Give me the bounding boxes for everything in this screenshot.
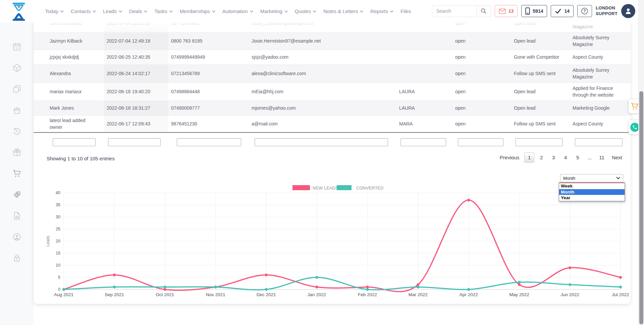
sidebar-item-cube[interactable] [12,63,21,72]
nav-item-marketing[interactable]: Marketing [260,8,288,14]
cell-text: 2022-06-17 12:09:43 [107,121,150,127]
sidebar-item-price-tag[interactable]: $ [12,190,21,199]
cell-phone: 0800 763 8195 [168,33,249,50]
search-button[interactable] [476,5,491,17]
dropdown-option-week[interactable]: Week [559,183,625,189]
account-name: LONDON SUPPORT [596,5,618,17]
checkmark-icon [555,8,561,14]
x-tick-label: Feb 2022 [358,292,377,297]
nav-item-notes-letters[interactable]: Notes & Letters [323,8,363,14]
dropdown-option-month[interactable]: Month [559,189,625,195]
table-row[interactable]: latest lead added owner2022-06-17 12:09:… [34,115,631,133]
page-number-3[interactable]: 3 [548,152,558,163]
cell-text: Follow up SMS sent [514,70,556,77]
sidebar-item-history[interactable] [12,127,21,136]
sms-notifications-button[interactable]: 5914 [521,5,547,17]
nav-item-today[interactable]: Today [45,8,64,14]
period-select[interactable]: Month [560,174,623,182]
page-previous[interactable]: Previous [497,152,522,163]
page-label: 3 [552,155,555,160]
nav-item-automation[interactable]: Automation [222,8,253,14]
filter-input-status[interactable] [458,138,503,146]
filter-input-date[interactable] [108,138,161,146]
cell-owner [396,33,452,50]
sidebar-item-copy[interactable] [12,85,21,94]
cell-text: Aspect County [573,121,603,127]
cell-status: open [452,83,511,101]
cell-text: 07498884448 [171,89,200,95]
filter-input-lead-status[interactable] [516,138,563,146]
table-row[interactable]: jzjxjxj xkxkdjdj2022-06-25 12:40:3507499… [34,50,631,64]
search-input[interactable] [432,5,476,17]
page-ellipsis[interactable]: ... [585,152,595,163]
table-row[interactable]: Mark Jones2022-06-18 18:31:2707490009777… [34,101,631,115]
cell-lead-status: Follow up SMS sent [511,116,570,132]
nav-item-reports[interactable]: Reports [370,8,393,14]
table-row[interactable]: Jazmyn Kilback2022-07-04 12:49:180800 76… [34,32,631,50]
filter-input-email[interactable] [255,138,388,146]
sidebar-item-report[interactable] [12,211,21,220]
filter-input-source[interactable] [575,138,623,146]
chevron-down-icon [93,10,96,13]
cell-text: latest lead added owner [50,117,98,130]
app-logo[interactable] [10,2,28,21]
page-number-5[interactable]: 5 [573,152,583,163]
cell-source: Aspect County [570,50,631,64]
y-tick-label: 35 [56,203,60,207]
cell-text: jzjxjxj xkxkdjdj [50,54,79,61]
data-point [619,286,622,288]
page-number-1[interactable]: 1 [524,152,534,163]
nav-item-tasks[interactable]: Tasks [154,8,172,14]
table-row[interactable]: mariax mariasx2022-06-18 19:40:200749888… [34,83,631,101]
sidebar-item-gift[interactable] [12,148,21,157]
chevron-down-icon [360,10,363,13]
cell-name: Gena Gonzalez [47,22,104,32]
chevron-down-icon [169,10,173,13]
nav-item-files[interactable]: Files [400,8,411,14]
filter-input-name[interactable] [53,138,96,146]
page-label: 1 [528,155,531,160]
page-number-2[interactable]: 2 [536,152,546,163]
nav-item-contacts[interactable]: Contacts [71,8,96,14]
scrollbar-track[interactable] [638,0,644,325]
cell-text: Josie_Ziemann@example.net [252,22,314,27]
data-point [569,266,571,269]
nav-item-memberships[interactable]: Memberships [180,8,215,14]
table-row[interactable]: Gena Gonzalez2022-07-04 12:52:25027 526 … [34,22,631,32]
cell-owner: LAURA [396,101,452,115]
user-avatar[interactable] [621,4,635,18]
cell-text: Gone with Competitor [514,54,559,61]
data-point [315,276,318,279]
scrollbar-thumb[interactable] [639,91,643,324]
filter-input-owner[interactable] [400,138,446,146]
cell-owner: MARA [396,116,452,132]
email-notifications-button[interactable]: 13 [495,5,518,17]
filter-input-phone[interactable] [177,138,241,146]
nav-item-quotes[interactable]: Quotes [295,8,316,14]
page-number-4[interactable]: 4 [560,152,571,163]
page-label: 5 [576,155,579,160]
x-tick-label: Nov 2021 [206,292,225,297]
cell-text: Absolutely Surrey Magazine [573,35,625,48]
sidebar-item-cart[interactable] [12,169,21,178]
sidebar-item-bag[interactable] [12,106,21,115]
page-number-11[interactable]: 11 [597,152,607,163]
data-point [164,288,166,291]
sidebar-item-calendar[interactable]: 12 [12,42,21,51]
dropdown-option-year[interactable]: Year [559,195,625,201]
page-label: 2 [540,155,543,160]
nav-item-deals[interactable]: Deals [129,8,147,14]
cell-text: 2022-07-04 12:52:25 [107,22,150,27]
cell-text: Applied for Finance through the website [573,85,625,98]
nav-item-leads[interactable]: Leads [103,8,122,14]
sidebar-item-lock[interactable] [12,254,21,263]
page-next[interactable]: Next [609,152,625,163]
help-button[interactable]: ? [577,5,592,17]
tasks-notifications-button[interactable]: 14 [551,5,574,17]
cell-phone: 027 526 4462 [168,22,249,32]
data-point [113,286,116,288]
table-row[interactable]: Alexandra2022-06-24 14:02:1707213456789a… [34,64,631,83]
cell-owner [396,50,452,64]
cell-text: Gena Gonzalez [50,22,82,27]
sidebar-item-user-circle[interactable] [12,232,21,241]
